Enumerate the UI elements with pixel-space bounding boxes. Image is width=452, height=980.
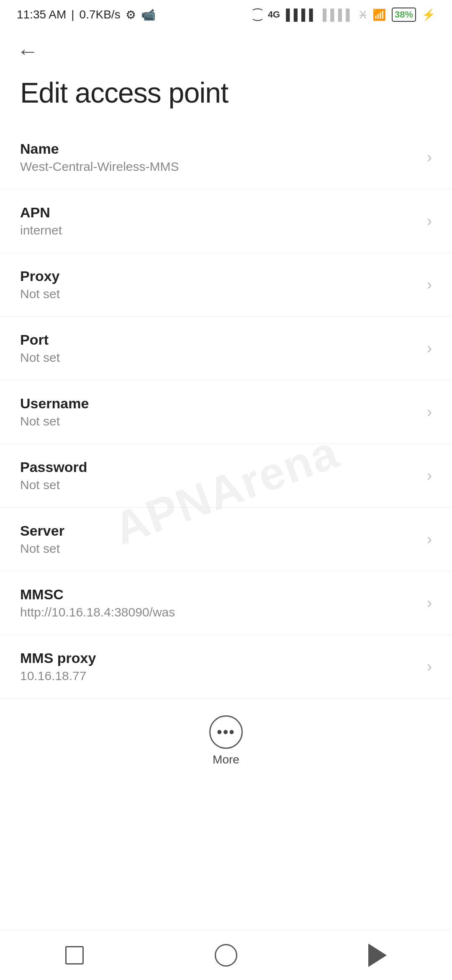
status-bar: 11:35 AM | 0.7KB/s ⚙ 📹 ⁐ 4G ▌▌▌▌ ▌▌▌▌ X … [0,0,452,26]
status-right: ⁐ 4G ▌▌▌▌ ▌▌▌▌ X 📶 38 % ⚡ [253,8,435,22]
settings-item-mms-proxy[interactable]: MMS proxy10.16.18.77› [0,635,452,699]
battery-indicator: 38 % [392,8,416,22]
recents-icon [65,946,84,965]
bottom-nav [0,930,452,980]
speed: | [71,8,74,21]
settings-item-server[interactable]: ServerNot set› [0,508,452,571]
no-signal-icon: X [360,8,367,21]
settings-item-label: Password [20,459,87,475]
chevron-right-icon: › [427,531,432,548]
settings-icon: ⚙ [126,8,136,22]
chevron-right-icon: › [427,276,432,294]
chevron-right-icon: › [427,212,432,230]
network-speed: 0.7KB/s [80,8,121,21]
settings-item-label: Username [20,395,89,412]
more-area[interactable]: ••• More [0,699,452,779]
time: 11:35 AM [17,8,66,21]
settings-item-value: Not set [20,542,64,556]
settings-item-label: Server [20,523,64,539]
settings-item-value: Not set [20,414,89,428]
settings-item-value: West-Central-Wireless-MMS [20,160,179,174]
settings-item-label: Proxy [20,268,60,284]
settings-item-text: MMS proxy10.16.18.77 [20,650,96,683]
settings-item-text: PasswordNot set [20,459,87,492]
chevron-right-icon: › [427,594,432,612]
back-arrow-icon: ← [17,39,39,63]
nav-home-button[interactable] [215,944,237,967]
settings-item-text: ServerNot set [20,523,64,556]
back-icon [368,944,387,967]
settings-list: NameWest-Central-Wireless-MMS›APNinterne… [0,126,452,699]
more-button[interactable]: ••• [209,715,243,749]
settings-item-text: MMSChttp://10.16.18.4:38090/was [20,586,175,619]
settings-item-text: ProxyNot set [20,268,60,301]
settings-item-value: Not set [20,478,87,492]
more-dots-icon: ••• [217,725,235,740]
settings-item-name[interactable]: NameWest-Central-Wireless-MMS› [0,126,452,189]
settings-item-value: internet [20,223,62,237]
video-icon: 📹 [141,8,156,22]
page-title: Edit access point [0,68,452,126]
wifi-icon: 📶 [372,8,386,21]
home-icon [215,944,237,967]
settings-item-value: 10.16.18.77 [20,669,96,683]
settings-item-label: APN [20,204,62,221]
chevron-right-icon: › [427,149,432,166]
signal-bars2-icon: ▌▌▌▌ [323,8,354,21]
settings-item-value: Not set [20,351,60,365]
settings-item-value: Not set [20,287,60,301]
nav-recents-button[interactable] [65,946,84,965]
settings-item-text: APNinternet [20,204,62,237]
back-button[interactable]: ← [0,26,452,68]
settings-item-label: MMSC [20,586,175,603]
status-left: 11:35 AM | 0.7KB/s ⚙ 📹 [17,8,156,22]
battery-level: 38 [395,9,405,20]
signal-4g-icon: 4G [268,9,280,20]
chevron-right-icon: › [427,467,432,485]
settings-item-text: UsernameNot set [20,395,89,428]
chevron-right-icon: › [427,658,432,676]
settings-item-text: PortNot set [20,332,60,365]
settings-item-port[interactable]: PortNot set› [0,317,452,380]
bluetooth-icon: ⁐ [253,8,262,21]
chevron-right-icon: › [427,403,432,421]
settings-item-apn[interactable]: APNinternet› [0,189,452,253]
nav-back-button[interactable] [368,944,387,967]
settings-item-username[interactable]: UsernameNot set› [0,380,452,444]
signal-bars-icon: ▌▌▌▌ [286,8,317,21]
settings-item-mmsc[interactable]: MMSChttp://10.16.18.4:38090/was› [0,571,452,635]
battery-percent: % [405,9,413,20]
settings-item-text: NameWest-Central-Wireless-MMS [20,141,179,174]
settings-item-label: Name [20,141,179,157]
settings-item-value: http://10.16.18.4:38090/was [20,605,175,619]
settings-item-label: Port [20,332,60,348]
charging-icon: ⚡ [422,8,435,21]
settings-item-proxy[interactable]: ProxyNot set› [0,253,452,317]
settings-item-password[interactable]: PasswordNot set› [0,444,452,508]
chevron-right-icon: › [427,340,432,357]
more-label: More [213,753,239,766]
settings-item-label: MMS proxy [20,650,96,666]
